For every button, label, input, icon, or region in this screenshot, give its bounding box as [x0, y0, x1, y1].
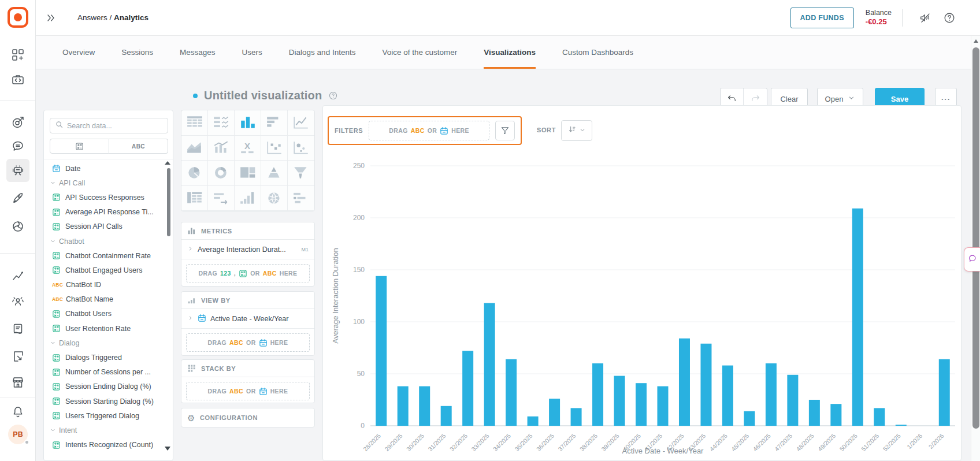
chart-type-number-icon[interactable]: X — [235, 136, 261, 161]
search-input[interactable] — [67, 122, 154, 130]
channels-icon[interactable] — [6, 215, 29, 238]
bar[interactable]: 30/2025: 38 — [419, 386, 430, 426]
text-filter-toggle[interactable]: ABC — [109, 139, 168, 154]
chart-type-scatter-icon[interactable] — [261, 136, 288, 161]
bar[interactable]: 29/2025: 38 — [398, 386, 409, 426]
field-item[interactable]: ABCChatBot ID — [44, 278, 173, 292]
field-list-scroll-up-icon[interactable] — [165, 161, 170, 165]
chart-type-donut-icon[interactable] — [208, 161, 235, 186]
field-item[interactable]: Session API Calls — [44, 220, 173, 234]
expand-sidebar-icon[interactable] — [45, 12, 57, 24]
bar[interactable]: 43/2025: 79 — [700, 344, 711, 426]
avatar[interactable]: PB — [8, 425, 28, 444]
scroll-up-arrow-icon[interactable] — [971, 36, 980, 46]
answers-chatbot-icon[interactable] — [6, 159, 29, 182]
bar[interactable]: 40/2025: 41 — [636, 383, 647, 426]
field-item[interactable]: Number of Sessions per ... — [44, 365, 173, 380]
notifications-icon[interactable] — [6, 400, 29, 423]
field-group-api-call[interactable]: API Call — [44, 176, 173, 190]
bar[interactable]: 28/2025: 144 — [376, 276, 387, 426]
catalog-icon[interactable] — [6, 318, 29, 341]
field-item[interactable]: Chatbot Engaged Users — [44, 263, 173, 277]
chart-type-geo-map-icon[interactable] — [261, 186, 288, 211]
bar[interactable]: 37/2025: 17 — [571, 408, 582, 426]
bar[interactable]: 38/2025: 60 — [592, 363, 603, 426]
configuration-card[interactable]: ⚙ CONFIGURATION — [181, 408, 315, 427]
bar[interactable]: 44/2025: 58 — [722, 366, 733, 426]
bar-chart[interactable]: 05010015020025028/2025: 14428/202529/202… — [329, 151, 957, 457]
breadcrumb-section[interactable]: Answers — [77, 13, 107, 22]
field-group-chatbot[interactable]: Chatbot — [44, 234, 173, 248]
bar[interactable]: 47/2025: 49 — [787, 375, 798, 426]
apps-icon[interactable] — [6, 43, 29, 66]
bar[interactable]: 32/2025: 72 — [462, 351, 473, 426]
field-item[interactable]: Session Ending Dialog (%) — [44, 380, 173, 394]
bar[interactable]: 33/2025: 118 — [484, 303, 495, 426]
metric-item[interactable]: Average Interaction Durat... M1 — [181, 240, 314, 259]
tab-visualizations[interactable]: Visualizations — [484, 36, 536, 69]
field-item[interactable]: Session Starting Dialog (%) — [44, 394, 173, 408]
chart-type-treemap-icon[interactable] — [235, 161, 261, 186]
bar[interactable]: 48/2025: 25 — [809, 400, 820, 426]
marketplace-icon[interactable] — [6, 371, 29, 394]
bar[interactable]: 42/2025: 84 — [679, 339, 690, 426]
tab-users[interactable]: Users — [242, 36, 262, 69]
sort-dropdown[interactable] — [561, 120, 592, 141]
dev-tools-icon[interactable] — [6, 68, 29, 91]
chart-type-area-icon[interactable] — [181, 136, 208, 161]
field-item[interactable]: Average API Response Ti... — [44, 205, 173, 220]
page-title[interactable]: Untitled visualization — [204, 89, 322, 102]
filter-funnel-button[interactable] — [495, 121, 515, 140]
support-chat-widget[interactable] — [964, 247, 980, 272]
chart-type-gantt-icon[interactable] — [288, 186, 314, 211]
moments-target-icon[interactable] — [6, 111, 29, 134]
field-list-scrollbar[interactable] — [167, 168, 170, 236]
stack-by-drop-zone[interactable]: DRAGABCORHERE — [186, 382, 310, 400]
field-group-dialog[interactable]: Dialog — [44, 336, 173, 350]
chart-type-combo-icon[interactable] — [208, 136, 235, 161]
chart-type-pivot-table-icon[interactable] — [181, 186, 208, 211]
add-funds-button[interactable]: ADD FUNDS — [790, 8, 854, 28]
bar[interactable]: 50/2025: 209 — [852, 209, 863, 426]
view-by-drop-zone[interactable]: DRAGABCORHERE — [186, 333, 310, 352]
measure-filter-toggle[interactable] — [50, 139, 109, 154]
chart-type-table-sparkline-icon[interactable] — [208, 110, 235, 136]
tab-sessions[interactable]: Sessions — [121, 36, 153, 69]
field-item[interactable]: Date — [44, 161, 173, 176]
bar[interactable]: 52/2025: 1 — [896, 425, 907, 426]
bar[interactable]: 46/2025: 60 — [766, 363, 777, 426]
chart-type-pie-icon[interactable] — [181, 161, 208, 186]
help-icon[interactable] — [943, 12, 956, 24]
chart-type-bar-vertical-icon[interactable] — [235, 110, 261, 136]
tab-overview[interactable]: Overview — [62, 36, 95, 69]
metrics-drop-zone[interactable]: DRAG123,ORABCHERE — [186, 264, 310, 282]
bar[interactable]: 36/2025: 26 — [549, 399, 560, 426]
flows-icon[interactable] — [6, 345, 29, 368]
chart-type-line-icon[interactable] — [288, 110, 314, 136]
conversations-icon[interactable] — [6, 135, 29, 158]
field-group-intent[interactable]: Intent — [44, 423, 173, 437]
view-by-item[interactable]: Active Date - Week/Year — [181, 309, 314, 329]
field-item[interactable]: Dialogs Triggered — [44, 350, 173, 365]
bar[interactable]: 45/2025: 14 — [744, 411, 755, 426]
title-help-icon[interactable] — [328, 91, 338, 101]
bar[interactable]: 49/2025: 21 — [830, 404, 841, 426]
launch-rocket-icon[interactable] — [6, 187, 29, 210]
chart-type-table-icon[interactable] — [181, 110, 208, 136]
field-item[interactable]: Users Triggered Dialog — [44, 408, 173, 423]
field-item[interactable]: ABCChatBot Name — [44, 292, 173, 307]
mute-sounds-icon[interactable] — [919, 12, 931, 24]
analytics-icon[interactable] — [6, 264, 29, 287]
field-list-scroll-down-icon[interactable] — [165, 447, 170, 451]
field-item[interactable]: User Retention Rate — [44, 321, 173, 336]
chart-type-waterfall-icon[interactable] — [235, 186, 261, 211]
bar[interactable]: 41/2025: 38 — [658, 386, 669, 426]
field-item[interactable]: Chatbot Users — [44, 307, 173, 321]
audience-icon[interactable] — [6, 291, 29, 314]
bar[interactable]: 34/2025: 64 — [506, 359, 517, 426]
tab-dialogs-and-intents[interactable]: Dialogs and Intents — [289, 36, 356, 69]
filters-drop-zone[interactable]: DRAGABCORHERE — [369, 121, 489, 140]
page-scrollbar-thumb[interactable] — [972, 47, 979, 429]
bar[interactable]: 31/2025: 19 — [441, 406, 452, 426]
tab-custom-dashboards[interactable]: Custom Dashboards — [562, 36, 633, 69]
